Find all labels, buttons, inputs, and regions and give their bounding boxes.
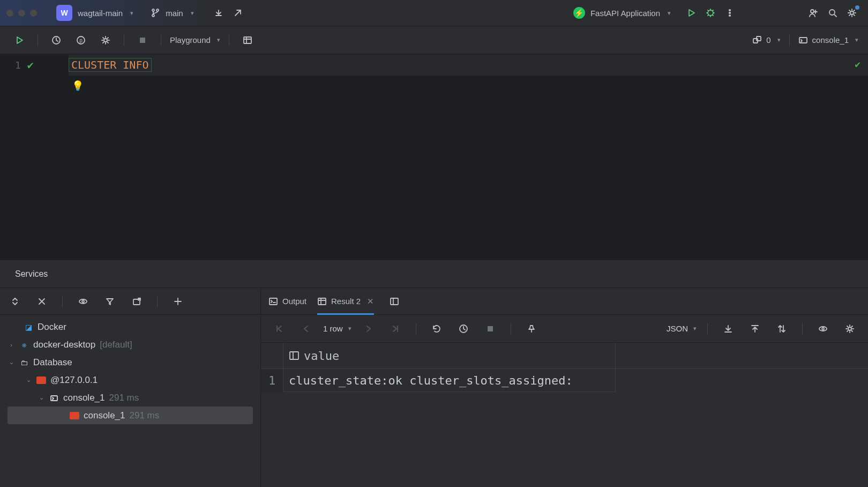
- cancel-icon[interactable]: [481, 319, 500, 338]
- console-icon: [798, 35, 808, 45]
- svg-rect-25: [391, 298, 398, 305]
- lower-pane: ◪ Docker › ⎈ docker-desktop [default] ⌄ …: [0, 288, 868, 487]
- stop-button[interactable]: [133, 31, 152, 50]
- sessions-selector[interactable]: 0 ▾: [752, 35, 780, 45]
- tree-item-docker-desktop[interactable]: › ⎈ docker-desktop [default]: [0, 336, 253, 353]
- sessions-count: 0: [766, 35, 770, 45]
- tree-time: 291 ms: [130, 410, 160, 421]
- close-icon[interactable]: ✕: [367, 297, 374, 306]
- tree-label: Docker: [38, 322, 66, 333]
- editor[interactable]: 1 ✔ CLUSTER INFO 💡 ✔: [0, 54, 868, 260]
- svg-rect-27: [488, 326, 493, 331]
- run-button[interactable]: [682, 3, 701, 23]
- tree-item-database[interactable]: ⌄ 🗀 Database: [0, 353, 253, 371]
- settings-icon[interactable]: [96, 31, 115, 50]
- grid-icon[interactable]: [238, 31, 257, 50]
- first-page-icon[interactable]: [270, 319, 289, 338]
- collapse-icon[interactable]: [32, 292, 51, 311]
- pin-icon[interactable]: [522, 319, 541, 338]
- settings-icon[interactable]: [840, 319, 859, 338]
- table-icon: [317, 297, 327, 306]
- execute-button[interactable]: [10, 31, 29, 50]
- chevron-down-icon: ▾: [777, 36, 781, 43]
- tree-label: @127.0.0.1: [50, 375, 98, 386]
- playground-selector[interactable]: Playground ▾: [170, 35, 220, 45]
- sessions-icon: [752, 35, 762, 45]
- docker-icon: ◪: [24, 322, 33, 332]
- result-cell[interactable]: cluster_state:ok cluster_slots_assigned:: [283, 369, 616, 392]
- playground-label: Playground: [170, 35, 211, 45]
- inspection-ok-icon[interactable]: ✔: [855, 58, 860, 70]
- format-label: JSON: [667, 324, 688, 333]
- column-header[interactable]: value: [283, 343, 616, 368]
- redis-icon: [70, 412, 79, 419]
- tree-item-console[interactable]: ⌄ console_1 291 ms: [0, 389, 253, 407]
- compare-icon[interactable]: [772, 319, 791, 338]
- chevron-down-icon[interactable]: ⌄: [8, 359, 15, 366]
- tab-label: Result 2: [331, 297, 361, 306]
- auto-refresh-icon[interactable]: [454, 319, 473, 338]
- code-line[interactable]: CLUSTER INFO: [69, 54, 868, 76]
- search-icon[interactable]: [823, 3, 842, 23]
- debug-button[interactable]: [701, 3, 720, 23]
- settings-icon[interactable]: [842, 3, 862, 23]
- row-number: 1: [261, 369, 283, 392]
- code-text: CLUSTER INFO: [69, 58, 152, 72]
- prev-page-icon[interactable]: [296, 319, 316, 338]
- services-title: Services: [15, 269, 48, 279]
- tab-output[interactable]: Output: [268, 288, 306, 314]
- chevron-down-icon: ▾: [855, 36, 858, 43]
- row-count-selector[interactable]: 1 row ▾: [323, 324, 351, 333]
- folder-icon: 🗀: [19, 358, 29, 367]
- window-controls[interactable]: [6, 10, 37, 17]
- history-icon[interactable]: [47, 31, 66, 50]
- services-tree[interactable]: ◪ Docker › ⎈ docker-desktop [default] ⌄ …: [0, 315, 260, 487]
- chevron-down-icon: ▾: [668, 10, 671, 17]
- add-icon[interactable]: [168, 292, 188, 311]
- tree-label-suffix: [default]: [100, 340, 132, 350]
- chevron-down-icon: ▾: [217, 36, 220, 43]
- row-header-corner: [261, 343, 283, 368]
- svg-point-9: [850, 11, 854, 14]
- result-row[interactable]: 1 cluster_state:ok cluster_slots_assigne…: [261, 369, 868, 392]
- chevron-down-icon: ▾: [693, 325, 697, 332]
- tab-result-2[interactable]: Result 2 ✕: [317, 288, 374, 314]
- tree-item-redis-host[interactable]: ⌄ @127.0.0.1: [0, 371, 253, 389]
- download-icon[interactable]: [719, 319, 738, 338]
- collab-icon[interactable]: [804, 3, 823, 23]
- refresh-icon[interactable]: [427, 319, 446, 338]
- chevron-down-icon[interactable]: ⌄: [38, 394, 45, 401]
- result-panel: Output Result 2 ✕ 1 row ▾: [261, 288, 868, 487]
- titlebar: W wagtail-main ▾ main ▾ ⚡ FastAPI Applic…: [0, 0, 868, 26]
- intention-bulb-icon[interactable]: 💡: [72, 80, 84, 91]
- open-icon[interactable]: [127, 292, 146, 311]
- run-config-name: FastAPI Application: [590, 9, 660, 18]
- project-badge: W: [56, 5, 72, 21]
- run-config-selector[interactable]: ⚡ FastAPI Application ▾: [573, 7, 671, 19]
- format-selector[interactable]: JSON ▾: [667, 324, 697, 333]
- branch-selector[interactable]: main ▾: [151, 8, 194, 18]
- services-panel-header[interactable]: Services: [0, 260, 868, 288]
- more-button[interactable]: [720, 3, 739, 23]
- project-selector[interactable]: W wagtail-main ▾: [56, 5, 133, 21]
- outgoing-icon[interactable]: [228, 3, 248, 23]
- view-icon[interactable]: [813, 319, 833, 338]
- next-page-icon[interactable]: [359, 319, 378, 338]
- column-icon: [289, 350, 300, 361]
- expand-icon[interactable]: [5, 292, 25, 311]
- chevron-down-icon[interactable]: ⌄: [25, 377, 32, 383]
- result-grid-header: value: [261, 343, 868, 369]
- last-page-icon[interactable]: [386, 319, 405, 338]
- svg-rect-22: [51, 396, 57, 401]
- filter-icon[interactable]: [100, 292, 119, 311]
- upload-icon[interactable]: [745, 319, 765, 338]
- incoming-icon[interactable]: [209, 3, 228, 23]
- tree-item-console-leaf[interactable]: console_1 291 ms: [8, 407, 253, 424]
- console-selector[interactable]: console_1 ▾: [798, 35, 858, 45]
- tree-item-docker[interactable]: ◪ Docker: [0, 318, 253, 336]
- show-icon[interactable]: [73, 292, 93, 311]
- layout-icon[interactable]: [385, 292, 404, 311]
- project-name: wagtail-main: [78, 9, 123, 18]
- chevron-right-icon[interactable]: ›: [8, 342, 15, 348]
- explain-icon[interactable]: p: [71, 31, 91, 50]
